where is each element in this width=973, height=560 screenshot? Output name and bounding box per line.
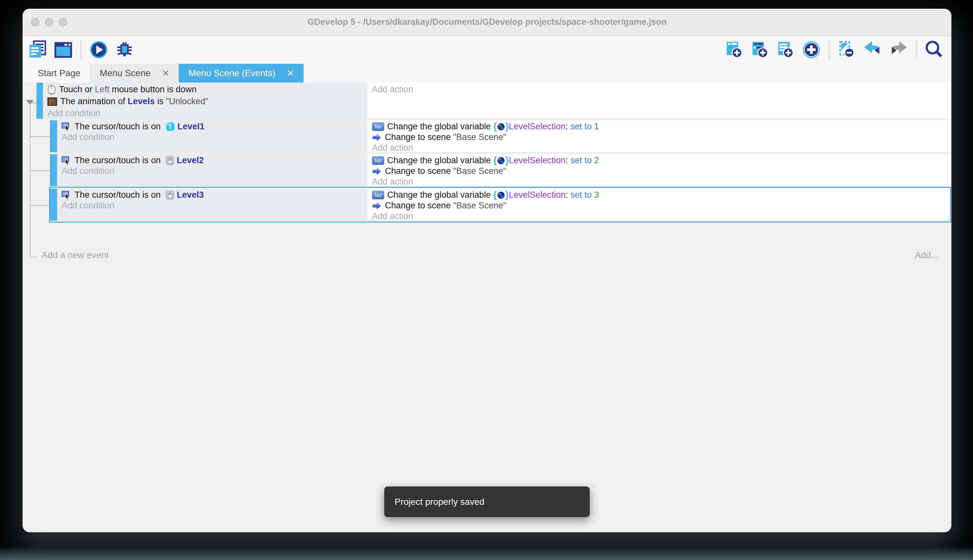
add-comment-icon: [776, 40, 795, 59]
sub-event-2-actions[interactable]: Var Change the global variable { } Level…: [367, 154, 951, 186]
add-circle-icon: [802, 40, 821, 59]
tab-label: Menu Scene: [100, 68, 150, 78]
parent-event-actions[interactable]: Add action: [367, 83, 951, 119]
app-window: GDevelop 5 - /Users/dkarakay/Documents/G…: [23, 9, 951, 532]
variable-badge-icon: Var: [372, 122, 384, 131]
event-tree-line: [30, 103, 37, 103]
change-scene-arrow-icon: [372, 202, 382, 210]
add-condition-link[interactable]: Add condition: [62, 132, 367, 143]
desktop-background: { "window": { "title": "GDevelop 5 - /Us…: [0, 0, 973, 560]
events-sheet: Touch or Left mouse button is down The a…: [23, 83, 951, 532]
variable-badge-icon: Var: [372, 156, 384, 165]
action-set-variable[interactable]: Var Change the global variable { } Level…: [372, 155, 951, 166]
global-variable-icon: {: [493, 121, 497, 132]
change-scene-arrow-icon: [372, 133, 382, 142]
action-set-variable[interactable]: Var Change the global variable { } Level…: [372, 190, 951, 200]
preview-button[interactable]: [88, 39, 109, 60]
add-comment-button[interactable]: [775, 39, 796, 60]
event-color-bar: [50, 120, 57, 152]
close-tab-icon[interactable]: ✕: [287, 68, 294, 78]
add-event-button[interactable]: [724, 39, 744, 60]
traffic-lights: [31, 18, 67, 27]
tab-start-page[interactable]: Start Page: [28, 64, 90, 83]
add-action-link[interactable]: Add action: [372, 143, 951, 153]
add-action-link[interactable]: Add action: [372, 211, 951, 222]
change-scene-arrow-icon: [372, 167, 382, 175]
globe-icon: [497, 123, 505, 131]
add-action-link[interactable]: Add action: [372, 177, 951, 187]
debug-button[interactable]: [114, 39, 135, 60]
sub-event-3-conditions[interactable]: The cursor/touch is on Level3 Add condit…: [57, 189, 367, 221]
add-action-link[interactable]: Add action: [372, 83, 951, 95]
condition-cursor-on-level1[interactable]: The cursor/touch is on 1 Level1: [62, 121, 367, 132]
condition-cursor-on-level2[interactable]: The cursor/touch is on Level2: [62, 155, 367, 166]
undo-button[interactable]: [862, 39, 883, 60]
scene-editor-button[interactable]: [53, 39, 73, 60]
desktop-shadow: [0, 546, 973, 560]
svg-text:1: 1: [169, 124, 172, 130]
close-window-button[interactable]: [31, 18, 39, 27]
redo-icon: [889, 40, 908, 59]
add-sub-event-icon: [750, 40, 770, 59]
toolbar-divider: [81, 40, 81, 59]
event-color-bar: [50, 189, 57, 221]
play-icon: [89, 40, 108, 59]
variable-badge-icon: Var: [372, 191, 384, 199]
project-manager-icon: [28, 40, 47, 59]
action-set-variable[interactable]: Var Change the global variable { } Level…: [372, 121, 951, 132]
redo-button[interactable]: [888, 39, 909, 60]
titlebar: GDevelop 5 - /Users/dkarakay/Documents/G…: [23, 9, 951, 36]
delete-event-icon: [837, 40, 856, 59]
search-icon: [924, 40, 944, 59]
event-tree-line: [30, 205, 50, 206]
window-title: GDevelop 5 - /Users/dkarakay/Documents/G…: [23, 9, 951, 35]
undo-icon: [863, 40, 882, 59]
globe-icon: [497, 157, 505, 165]
search-button[interactable]: [924, 39, 944, 60]
global-variable-icon: }: [505, 155, 509, 166]
cursor-icon: [62, 122, 71, 132]
condition-cursor-on-level3[interactable]: The cursor/touch is on Level3: [62, 190, 367, 200]
parent-event-conditions[interactable]: Touch or Left mouse button is down The a…: [43, 83, 367, 119]
event-tree-line: [30, 170, 50, 171]
event-tree-line: [30, 257, 37, 257]
add-event-icon: [724, 40, 744, 59]
global-variable-icon: {: [493, 155, 497, 166]
add-condition-link[interactable]: Add condition: [47, 107, 367, 119]
global-variable-icon: }: [505, 121, 509, 132]
global-variable-icon: }: [505, 190, 509, 200]
add-condition-link[interactable]: Add condition: [62, 200, 367, 211]
sub-event-1-conditions[interactable]: The cursor/touch is on 1 Level1 Add cond…: [57, 120, 367, 152]
action-change-scene[interactable]: Change to scene "Base Scene": [372, 132, 951, 143]
tab-label: Start Page: [38, 68, 80, 78]
global-variable-icon: {: [493, 190, 497, 200]
action-change-scene[interactable]: Change to scene "Base Scene": [372, 200, 951, 211]
level1-object-icon: 1: [166, 122, 175, 131]
toolbar-divider: [829, 40, 830, 59]
condition-animation[interactable]: The animation of Levels is "Unlocked": [47, 95, 367, 107]
sub-event-3-actions[interactable]: Var Change the global variable { } Level…: [367, 189, 951, 221]
add-new-event-button[interactable]: Add a new event: [42, 250, 109, 260]
sub-event-1-actions[interactable]: Var Change the global variable { } Level…: [367, 120, 951, 152]
project-manager-button[interactable]: [27, 39, 48, 60]
event-color-bar: [50, 154, 57, 186]
sub-event-2-conditions[interactable]: The cursor/touch is on Level2 Add condit…: [57, 154, 367, 186]
tab-menu-scene-events[interactable]: Menu Scene (Events) ✕: [179, 64, 303, 83]
tab-menu-scene[interactable]: Menu Scene ✕: [90, 64, 179, 83]
lock-object-icon: [166, 191, 174, 200]
globe-icon: [497, 191, 505, 199]
add-choose-button[interactable]: [801, 39, 822, 60]
add-sub-event-button[interactable]: [750, 39, 770, 60]
action-change-scene[interactable]: Change to scene "Base Scene": [372, 166, 951, 177]
toast-notification: Project properly saved: [384, 487, 590, 517]
cursor-icon: [62, 190, 71, 200]
minimize-window-button[interactable]: [45, 18, 53, 27]
zoom-window-button[interactable]: [59, 18, 67, 27]
debug-icon: [115, 40, 134, 59]
condition-touch-mouse[interactable]: Touch or Left mouse button is down: [47, 83, 367, 95]
toolbar-divider: [916, 40, 916, 59]
close-tab-icon[interactable]: ✕: [162, 68, 169, 78]
add-condition-link[interactable]: Add condition: [62, 166, 367, 177]
delete-event-button[interactable]: [836, 39, 857, 60]
add-more-button[interactable]: Add...: [915, 250, 938, 260]
